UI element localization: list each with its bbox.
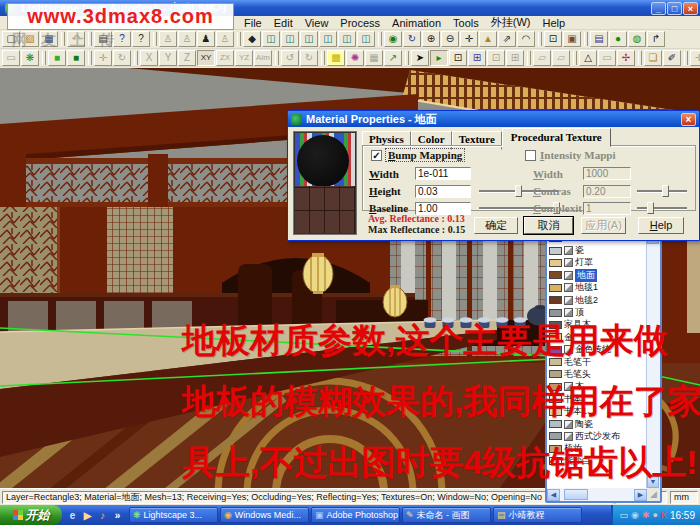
menu-item-Process[interactable]: Process	[334, 17, 386, 29]
toolbar-button-zoom-in[interactable]: ⊕	[422, 31, 440, 47]
toolbar-button-zoom-out[interactable]: ⊖	[441, 31, 459, 47]
toolbar-button-move[interactable]: ✛	[94, 50, 112, 66]
menu-item-Animation[interactable]: Animation	[386, 17, 447, 29]
task-button-Windows Medi...[interactable]: ◉Windows Medi...	[220, 507, 309, 523]
toolbar-button-axis-aim[interactable]: Aim	[254, 50, 272, 66]
scroll-left-icon[interactable]: ◀	[547, 489, 560, 501]
toolbar-button-vertex[interactable]: ✢	[617, 50, 635, 66]
toolbar-button-axis-zx[interactable]: ZX	[216, 50, 234, 66]
checkbox-Intensity Mappi[interactable]: Intensity Mappi	[525, 149, 616, 161]
toolbar-button-view-back[interactable]: ◫	[281, 31, 299, 47]
toolbar-button-color-ball[interactable]: ✺	[346, 50, 364, 66]
task-button-Adobe Photoshop[interactable]: ▣Adobe Photoshop	[311, 507, 400, 523]
toolbar-button-edit-tool[interactable]: ✐	[663, 50, 681, 66]
toolbar-button-view-right[interactable]: ◫	[319, 31, 337, 47]
device-icon[interactable]: ▭	[620, 511, 629, 520]
close-button[interactable]: ×	[683, 2, 698, 15]
toolbar-button-axis-xy[interactable]: XY	[197, 50, 215, 66]
toolbar-button-rectangle[interactable]: ▭	[598, 50, 616, 66]
toolbar-button-update[interactable]: ◍	[628, 31, 646, 47]
dialog-button-Help[interactable]: Help	[638, 217, 684, 234]
kingsoft-icon[interactable]: K	[661, 511, 667, 520]
toolbar-button-go-render[interactable]: ●	[609, 31, 627, 47]
dialog-title-bar[interactable]: Material Properties - 地面 ×	[288, 111, 699, 127]
material-item[interactable]: 地毯2	[547, 294, 646, 306]
scrollbar-thumb[interactable]	[564, 489, 588, 500]
task-button-未命名 - 画图[interactable]: ✎未命名 - 画图	[402, 507, 491, 523]
toolbar-button-texture-off[interactable]: ▦	[365, 50, 383, 66]
toolbar-button-layers[interactable]: ▤	[590, 31, 608, 47]
toolbar-button-pick-material[interactable]: ↗	[384, 50, 402, 66]
toolbar-button-walk[interactable]: ♟	[197, 31, 215, 47]
menu-item-Tools[interactable]: Tools	[447, 17, 485, 29]
toolbar-button-view-front[interactable]: ◫	[262, 31, 280, 47]
material-item[interactable]: 地毯1	[547, 282, 646, 294]
start-button[interactable]: 开始	[0, 505, 62, 525]
music-icon[interactable]: ♪	[96, 510, 109, 521]
minimize-button[interactable]: _	[651, 2, 666, 15]
toolbar-button-material-swatch[interactable]: ▩	[327, 50, 345, 66]
toolbar-button-copy-a[interactable]: ▱	[533, 50, 551, 66]
toolbar-button-rotate-view[interactable]: ⇗	[498, 31, 516, 47]
toolbar-button-orbit[interactable]: ↻	[403, 31, 421, 47]
toolbar-button-select-window[interactable]: ⊡	[449, 50, 467, 66]
toolbar-button-select-zoom-off[interactable]: ⊞	[506, 50, 524, 66]
dialog-close-icon[interactable]: ×	[681, 113, 696, 126]
toolbar-button-select-arrow[interactable]: ➤	[411, 50, 429, 66]
tab-Procedural Texture[interactable]: Procedural Texture	[502, 128, 611, 147]
toolbar-button-solid-b[interactable]: ■	[67, 50, 85, 66]
toolbar-button-axis-z[interactable]: Z	[178, 50, 196, 66]
task-button-Lightscape 3...[interactable]: ❋Lightscape 3...	[129, 507, 218, 523]
toolbar-button-walk-a[interactable]: ♙	[159, 31, 177, 47]
toolbar-button-orbit-around[interactable]: ◠	[517, 31, 535, 47]
toolbar-button-view-bottom[interactable]: ◫	[357, 31, 375, 47]
media-player-icon[interactable]: ▶	[81, 510, 94, 521]
field-input-Width[interactable]: 1e-011	[415, 167, 471, 180]
toolbar-button-zoom-window[interactable]: ⊡	[544, 31, 562, 47]
toolbar-button-undo-move[interactable]: ↺	[281, 50, 299, 66]
toolbar-button-blank[interactable]: ▭	[2, 50, 20, 66]
toolbar-button-snap[interactable]: ✛	[690, 50, 700, 66]
toolbar-button-axis-x[interactable]: X	[140, 50, 158, 66]
toolbar-button-daylight[interactable]: ❋	[21, 50, 39, 66]
volume-icon[interactable]: ●	[653, 511, 658, 520]
toolbar-button-redo-move[interactable]: ↻	[300, 50, 318, 66]
toolbar-button-copy-b[interactable]: ▱	[552, 50, 570, 66]
toolbar-button-select-window-off[interactable]: ⊡	[487, 50, 505, 66]
ie-icon[interactable]: e	[66, 510, 79, 521]
toolbar-button-view-left[interactable]: ◫	[300, 31, 318, 47]
network-icon[interactable]: ◉	[631, 511, 639, 520]
toolbar-button-redo[interactable]: ↱	[647, 31, 665, 47]
material-item[interactable]: 顶	[547, 306, 646, 318]
resize-grip-icon[interactable]: ◢	[647, 488, 660, 501]
material-properties-dialog[interactable]: Material Properties - 地面 × PhysicsColorT…	[287, 110, 700, 241]
toolbar-button-axis-y[interactable]: Y	[159, 50, 177, 66]
field-input-Height[interactable]: 0.03	[415, 185, 471, 198]
toolbar-button-view-perspective[interactable]: ◆	[243, 31, 261, 47]
toolbar-button-select-zoom[interactable]: ⊞	[468, 50, 486, 66]
checkbox-Bump Mapping[interactable]: ✓Bump Mapping	[371, 149, 464, 161]
horizontal-scrollbar[interactable]: ◀ ▶	[547, 488, 647, 501]
material-item[interactable]: 地面	[547, 269, 646, 281]
dialog-button-确定[interactable]: 确定	[474, 217, 518, 234]
menu-item-Help[interactable]: Help	[536, 17, 571, 29]
toolbar-button-solid-a[interactable]: ■	[48, 50, 66, 66]
toolbar-button-polygon[interactable]: △	[579, 50, 597, 66]
menu-item-File[interactable]: File	[238, 17, 268, 29]
toolbar-button-view-top[interactable]: ◫	[338, 31, 356, 47]
toolbar-button-walk-c[interactable]: ♙	[216, 31, 234, 47]
toolbar-button-walk-b[interactable]: ♙	[178, 31, 196, 47]
toolbar-button-select-walk[interactable]: ▸	[430, 50, 448, 66]
toolbar-button-axis-yz[interactable]: YZ	[235, 50, 253, 66]
task-button-小靖教程[interactable]: ▤小靖教程	[493, 507, 582, 523]
antivirus-icon[interactable]: ✱	[642, 511, 650, 520]
dialog-button-取消[interactable]: 取消	[524, 217, 573, 234]
toolbar-button-folder-tool[interactable]: ❏	[644, 50, 662, 66]
maximize-button[interactable]: □	[667, 2, 682, 15]
material-item[interactable]: 灯罩	[547, 257, 646, 269]
menu-item-外挂(W)[interactable]: 外挂(W)	[485, 15, 537, 30]
toolbar-button-render-view[interactable]: ◉	[384, 31, 402, 47]
toolbar-button-image[interactable]: ▣	[563, 31, 581, 47]
scroll-right-icon[interactable]: ▶	[634, 489, 647, 501]
toolbar-button-pan[interactable]: ✛	[460, 31, 478, 47]
